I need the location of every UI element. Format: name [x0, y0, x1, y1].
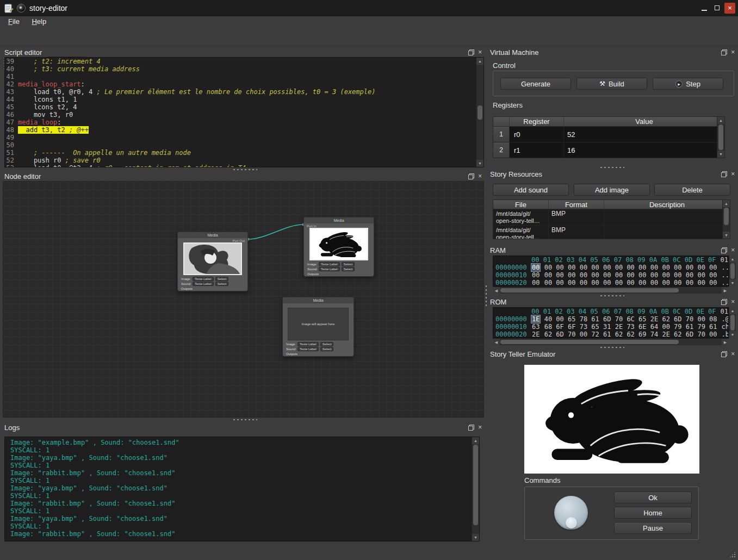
splitter-rom-emulator[interactable]	[599, 346, 624, 349]
vm-float-button[interactable]	[721, 49, 728, 56]
script-editor[interactable]: 39 ; t2: increment 440 ; t3: current med…	[4, 57, 484, 167]
splitter-ram-rom[interactable]	[599, 294, 624, 297]
close-button[interactable]: ×	[724, 3, 735, 14]
media-node-character[interactable]: Media Port Out Image Texte Label Select …	[177, 232, 248, 291]
scrollbar-handle[interactable]	[473, 445, 478, 525]
scroll-up-icon[interactable]: ▲	[729, 256, 736, 263]
scroll-up-icon[interactable]: ▲	[723, 200, 730, 207]
resources-close-button[interactable]: ×	[729, 171, 736, 178]
ok-button[interactable]: Ok	[614, 491, 692, 503]
node-editor-float-button[interactable]	[468, 173, 475, 180]
register-row[interactable]: 2r116	[493, 142, 724, 158]
image-select-button[interactable]: Select	[215, 277, 229, 281]
splitter-columns[interactable]	[485, 284, 488, 308]
window-resize-grip[interactable]	[729, 551, 736, 558]
home-button[interactable]: Home	[614, 507, 692, 519]
scroll-right-icon[interactable]: ▶	[722, 339, 729, 345]
add-image-button[interactable]: Add image	[574, 184, 650, 196]
pause-button[interactable]: Pause	[614, 522, 692, 534]
menu-help[interactable]: Help	[27, 17, 51, 27]
rom-horizontal-scrollbar[interactable]: ◀ ▶	[493, 338, 729, 345]
scroll-down-icon[interactable]: ▼	[476, 160, 483, 167]
generate-button[interactable]: Generate	[500, 78, 571, 90]
ram-vertical-scrollbar[interactable]: ▲ ▼	[729, 256, 736, 287]
image-text-button[interactable]: Texte Label	[193, 277, 214, 281]
sound-select-button[interactable]: Select	[320, 347, 334, 351]
script-editor-scrollbar[interactable]: ▲ ▼	[476, 58, 483, 167]
logs-scrollbar[interactable]: ▲ ▼	[472, 437, 479, 541]
scroll-left-icon[interactable]: ◀	[493, 287, 500, 294]
splitter-node-logs[interactable]	[232, 418, 257, 421]
scroll-down-icon[interactable]: ▼	[729, 331, 736, 338]
scroll-down-icon[interactable]: ▼	[472, 534, 479, 541]
minimize-button[interactable]	[699, 3, 710, 14]
scroll-left-icon[interactable]: ◀	[493, 339, 500, 345]
registers-scrollbar[interactable]: ▲ ▼	[717, 117, 724, 158]
scroll-down-icon[interactable]: ▼	[729, 279, 736, 287]
script-editor-close-button[interactable]: ×	[476, 49, 483, 56]
image-text-button[interactable]: Texte Label	[319, 262, 340, 266]
sound-select-button[interactable]: Select	[215, 282, 229, 286]
hex-byte[interactable]: 2E	[531, 331, 540, 338]
splitter-vm-resources[interactable]	[599, 166, 624, 169]
scrollbar-handle[interactable]	[730, 315, 735, 331]
ram-horizontal-scrollbar[interactable]: ◀ ▶	[493, 287, 729, 294]
resources-table[interactable]: File Format Description /mnt/data/git/ o…	[493, 200, 730, 239]
delete-button[interactable]: Delete	[654, 184, 730, 196]
scroll-right-icon[interactable]: ▶	[722, 287, 729, 294]
image-select-button[interactable]: Select	[342, 262, 355, 266]
sound-text-button[interactable]: Texte Label	[193, 282, 214, 286]
file-column-header[interactable]: File	[493, 200, 549, 209]
sound-select-button[interactable]: Select	[342, 267, 355, 271]
scroll-up-icon[interactable]: ▲	[472, 437, 479, 444]
ram-float-button[interactable]	[721, 247, 728, 254]
logs-view[interactable]: Image: "example.bmp" , Sound: "choose1.s…	[4, 437, 480, 542]
scrollbar-handle[interactable]	[477, 105, 482, 120]
register-column-header[interactable]: Register	[510, 117, 564, 126]
rom-vertical-scrollbar[interactable]: ▲ ▼	[729, 307, 736, 338]
rom-close-button[interactable]: ×	[729, 298, 736, 306]
script-editor-float-button[interactable]	[468, 49, 475, 56]
scrollbar-handle[interactable]	[500, 340, 679, 344]
ram-hex-view[interactable]: 00 01 02 03 04 05 06 07 08 09 0A 0B 0C 0…	[493, 256, 729, 287]
image-select-button[interactable]: Select	[320, 342, 334, 346]
logs-float-button[interactable]	[468, 424, 475, 431]
registers-table[interactable]: Register Value 1r0522r116 ▲ ▼	[493, 116, 725, 158]
rom-float-button[interactable]	[721, 298, 728, 306]
scrollbar-handle[interactable]	[500, 288, 679, 293]
maximize-button[interactable]	[712, 3, 723, 14]
resources-scrollbar[interactable]: ▲ ▼	[722, 200, 730, 239]
emulator-close-button[interactable]: ×	[729, 351, 736, 358]
resources-float-button[interactable]	[721, 171, 728, 178]
scroll-up-icon[interactable]: ▲	[729, 307, 736, 314]
scrollbar-handle[interactable]	[718, 125, 723, 150]
sound-text-button[interactable]: Texte Label	[319, 267, 340, 271]
resource-row[interactable]: /mnt/data/git/ open-story-tell…BMP	[493, 226, 730, 239]
emulator-float-button[interactable]	[721, 351, 728, 358]
hex-selected-byte[interactable]: 1E	[531, 315, 540, 323]
node-editor-close-button[interactable]: ×	[476, 173, 483, 180]
sound-text-button[interactable]: Texte Label	[297, 347, 319, 351]
scroll-down-icon[interactable]: ▼	[723, 232, 730, 239]
logs-close-button[interactable]: ×	[476, 424, 483, 431]
splitter-script-node[interactable]	[232, 168, 257, 171]
add-sound-button[interactable]: Add sound	[493, 184, 569, 196]
ram-close-button[interactable]: ×	[729, 247, 736, 254]
media-node-empty[interactable]: Media Image will appear here Image Texte…	[282, 297, 354, 357]
scroll-up-icon[interactable]: ▲	[717, 117, 724, 124]
vm-close-button[interactable]: ×	[729, 49, 736, 56]
scroll-up-icon[interactable]: ▲	[476, 58, 483, 65]
build-button[interactable]: ⚒ Build	[576, 78, 647, 90]
hex-byte[interactable]: 00	[531, 279, 540, 287]
description-column-header[interactable]: Description	[604, 200, 730, 209]
register-row[interactable]: 1r052	[493, 127, 724, 142]
image-text-button[interactable]: Texte Label	[297, 342, 319, 346]
hex-selected-byte[interactable]: 00	[531, 264, 540, 271]
resource-row[interactable]: /mnt/data/git/ open-story-tell…BMP	[493, 209, 730, 226]
node-editor-canvas[interactable]: Media Port Out Image Texte Label Select …	[3, 181, 484, 418]
format-column-header[interactable]: Format	[549, 200, 604, 209]
media-node-rabbit[interactable]: Media Port In Image Texte Label Select S…	[303, 217, 374, 277]
scrollbar-handle[interactable]	[730, 263, 735, 279]
hex-byte[interactable]: 63	[531, 323, 540, 331]
value-column-header[interactable]: Value	[564, 117, 724, 126]
